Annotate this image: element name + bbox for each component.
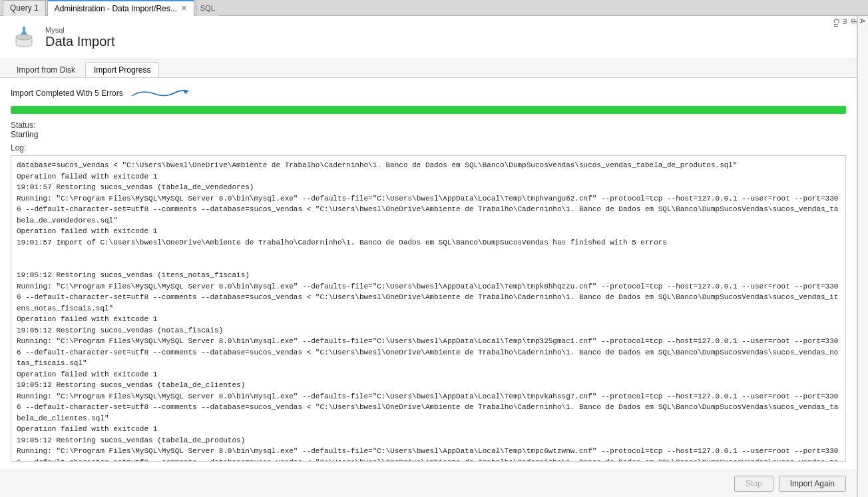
tab-import-progress[interactable]: Import Progress bbox=[85, 62, 159, 77]
tab-query1-label: Query 1 bbox=[10, 3, 39, 13]
page-header: Mysql Data Import bbox=[0, 16, 857, 59]
tab-query1[interactable]: Query 1 bbox=[3, 0, 46, 16]
log-label: Log: bbox=[11, 143, 846, 153]
import-again-button[interactable]: Import Again bbox=[779, 476, 846, 492]
svg-point-2 bbox=[16, 35, 32, 40]
tab-close-icon[interactable]: ✕ bbox=[181, 4, 187, 13]
stop-button[interactable]: Stop bbox=[734, 476, 773, 492]
right-sidebar: A di m Cu bbox=[857, 16, 868, 497]
status-value: Starting bbox=[11, 130, 38, 139]
button-bar: Stop Import Again bbox=[0, 470, 857, 497]
status-label: Status: bbox=[11, 121, 35, 130]
tab-import-from-disk[interactable]: Import from Disk bbox=[8, 62, 84, 77]
header-text: Mysql Data Import bbox=[45, 26, 114, 49]
progress-bar-container bbox=[11, 106, 846, 114]
header-subtitle: Mysql bbox=[45, 26, 114, 34]
annotation-arrow bbox=[128, 86, 195, 101]
sub-tabs: Import from Disk Import Progress bbox=[0, 59, 857, 78]
status-section: Status: Starting bbox=[11, 121, 846, 139]
progress-bar-fill bbox=[11, 106, 846, 114]
log-section: Log: database=sucos_vendas < "C:\Users\b… bbox=[11, 143, 846, 462]
left-panel: Mysql Data Import Import from Disk Impor… bbox=[0, 16, 857, 497]
tab-dataimport-label: Administration - Data Import/Res... bbox=[55, 4, 177, 13]
sidebar-text: A di m Cu bbox=[859, 19, 867, 27]
header-icon bbox=[11, 24, 37, 51]
tab-bar: Query 1 Administration - Data Import/Res… bbox=[0, 0, 868, 16]
import-status-text: Import Completed With 5 Errors bbox=[11, 89, 123, 98]
tab-dataimport[interactable]: Administration - Data Import/Res... ✕ bbox=[47, 0, 194, 16]
header-title: Data Import bbox=[45, 34, 114, 49]
content-area: Import Completed With 5 Errors Status: S… bbox=[0, 78, 857, 470]
mysql-import-icon bbox=[12, 25, 36, 49]
import-status-line: Import Completed With 5 Errors bbox=[11, 86, 846, 101]
svg-rect-6 bbox=[23, 27, 25, 35]
sql-label: SQL bbox=[196, 0, 219, 16]
log-box[interactable]: database=sucos_vendas < "C:\Users\bwesl\… bbox=[11, 155, 846, 462]
main-container: Mysql Data Import Import from Disk Impor… bbox=[0, 16, 868, 497]
